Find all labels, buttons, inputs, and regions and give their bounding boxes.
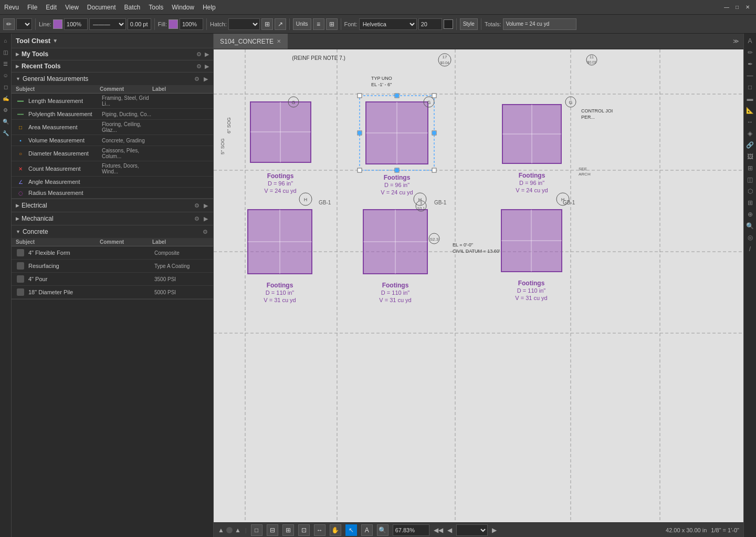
recent-tools-settings-icon[interactable]: ⚙ <box>195 63 203 70</box>
fit-page-icon[interactable]: ⊡ <box>298 524 310 536</box>
tab-s104-concrete[interactable]: S104_CONCRETE ✕ <box>214 34 288 49</box>
line-weight-input[interactable] <box>64 18 88 30</box>
rt-highlight-icon[interactable]: ▬ <box>745 94 755 104</box>
menu-window[interactable]: Window <box>172 4 194 11</box>
mechanical-header[interactable]: ▶ Mechanical ⚙ ▶ <box>12 212 213 225</box>
minimize-button[interactable]: — <box>722 3 731 12</box>
text-tool-icon[interactable]: A <box>361 524 373 536</box>
canvas-area[interactable]: Footings D = 96 in" V = 24 cu yd <box>214 49 743 522</box>
electrical-settings-icon[interactable]: ⚙ <box>193 202 201 209</box>
menu-document[interactable]: Document <box>87 4 116 11</box>
my-tools-settings-icon[interactable]: ⚙ <box>195 51 203 58</box>
resurfacing-row[interactable]: Resurfacing Type A Coating <box>12 260 213 273</box>
concrete-header[interactable]: ▼ Concrete ⚙ <box>12 225 213 238</box>
nav-back-icon[interactable]: ◀ <box>447 526 452 534</box>
volume-measurement-row[interactable]: ▪ Volume Measurement Concrete, Grading <box>12 135 213 146</box>
my-tools-expand-icon[interactable]: ▶ <box>205 51 209 58</box>
cursor-icon[interactable]: ↖ <box>345 524 357 536</box>
rt-dimension-icon[interactable]: ↔ <box>745 117 755 127</box>
angle-measurement-row[interactable]: ∠ Angle Measurement <box>12 177 213 188</box>
line-color-swatch[interactable] <box>53 19 62 29</box>
hatch-icon-btn[interactable]: ⊞ <box>261 18 273 30</box>
rt-layers-icon[interactable]: ◫ <box>745 174 755 185</box>
tool-chest-caret-icon[interactable]: ▼ <box>52 38 58 44</box>
rt-rect-icon[interactable]: □ <box>745 82 755 92</box>
electrical-header[interactable]: ▶ Electrical ⚙ ▶ <box>12 199 213 212</box>
general-measurements-expand-icon[interactable]: ▶ <box>203 76 209 82</box>
four-pour-row[interactable]: 4" Pour 3500 PSI <box>12 273 213 286</box>
close-button[interactable]: ✕ <box>743 3 752 12</box>
style-button[interactable]: Style <box>460 18 478 30</box>
rt-slash-icon[interactable]: / <box>745 244 755 254</box>
polylength-measurement-row[interactable]: ╍╍ Polylength Measurement Piping, Ductin… <box>12 109 213 120</box>
electrical-expand-icon[interactable]: ▶ <box>203 202 209 209</box>
split-v-icon[interactable]: ⊟ <box>267 524 278 536</box>
area-measurement-row[interactable]: □ Area Measurement Flooring, Ceiling, Gl… <box>12 120 213 135</box>
tab-overflow-icon[interactable]: ≫ <box>729 38 743 45</box>
pen-tool-button[interactable]: ✏ <box>3 18 15 30</box>
rt-measure-icon[interactable]: 📐 <box>745 105 755 116</box>
select-rect-icon[interactable]: □ <box>251 524 262 536</box>
rt-grid-icon[interactable]: ⊞ <box>745 198 755 208</box>
totals-value-button[interactable]: Volume = 24 cu yd <box>503 18 576 30</box>
settings-icon[interactable]: ⚙ <box>1 105 10 115</box>
rt-3d-icon[interactable]: ⬡ <box>745 186 755 197</box>
rt-zoom-icon[interactable]: 🔍 <box>745 221 755 231</box>
bookmarks-icon[interactable]: ☰ <box>1 59 10 68</box>
rt-image-icon[interactable]: 🖼 <box>745 151 755 162</box>
recent-tools-expand-icon[interactable]: ▶ <box>205 63 209 70</box>
pen-select[interactable] <box>16 18 32 30</box>
user-icon[interactable]: ☺ <box>1 70 10 80</box>
diameter-pile-row[interactable]: 18" Diameter Pile 5000 PSI <box>12 286 213 299</box>
rt-pen-icon[interactable]: ✒ <box>745 59 755 69</box>
fit-width-icon[interactable]: ↔ <box>314 524 326 536</box>
font-size-input[interactable] <box>418 18 442 30</box>
font-color-swatch[interactable] <box>444 19 453 29</box>
my-tools-section[interactable]: ▶ My Tools ⚙ ▶ <box>12 48 213 60</box>
general-measurements-header[interactable]: ▼ General Measurements ⚙ ▶ <box>12 73 213 85</box>
triangle-right-icon[interactable]: ▲ <box>235 526 241 534</box>
mechanical-settings-icon[interactable]: ⚙ <box>193 215 201 222</box>
hatch-select[interactable] <box>228 18 260 30</box>
units-icon-btn[interactable]: ≡ <box>313 18 324 30</box>
hatch-edit-btn[interactable]: ↗ <box>275 18 286 30</box>
diameter-measurement-row[interactable]: ○ Diameter Measurement Caissons, Piles, … <box>12 146 213 161</box>
menu-help[interactable]: Help <box>203 4 216 11</box>
rt-link-icon[interactable]: 🔗 <box>745 140 755 150</box>
triangle-left-icon[interactable]: ▲ <box>218 526 224 534</box>
nav-prev-icon[interactable]: ◀◀ <box>434 526 443 534</box>
menu-batch[interactable]: Batch <box>124 4 141 11</box>
zoom-input[interactable] <box>393 524 429 536</box>
rt-nav-icon[interactable]: ⊕ <box>745 209 755 220</box>
units-button[interactable]: Units <box>293 18 311 30</box>
home-icon[interactable]: ⌂ <box>1 36 10 45</box>
maximize-button[interactable]: □ <box>733 3 741 12</box>
fill-opacity-input[interactable] <box>180 18 203 30</box>
pan-icon[interactable]: ✋ <box>330 524 341 536</box>
menu-tools[interactable]: Tools <box>149 4 163 11</box>
units-grid-btn[interactable]: ⊞ <box>326 18 338 30</box>
menu-revu[interactable]: Revu <box>4 4 19 11</box>
font-select[interactable]: Helvetica <box>359 18 417 30</box>
tab-close-icon[interactable]: ✕ <box>277 38 281 44</box>
concrete-settings-icon[interactable]: ⚙ <box>202 229 209 235</box>
rt-line-icon[interactable]: — <box>745 70 755 81</box>
rt-annotate-icon[interactable]: ✏ <box>745 47 755 58</box>
rt-panel-icon[interactable]: A <box>745 36 755 46</box>
menu-view[interactable]: View <box>65 4 79 11</box>
rt-calibrate-icon[interactable]: ◎ <box>745 232 755 243</box>
split-h-icon[interactable]: ⊞ <box>282 524 294 536</box>
length-measurement-row[interactable]: ━━ Length Measurement Framing, Steel, Gr… <box>12 94 213 109</box>
search-icon[interactable]: 🔍 <box>1 117 10 126</box>
rt-stamp-icon[interactable]: ◈ <box>745 128 755 139</box>
line-pt-input[interactable] <box>128 18 151 30</box>
general-measurements-settings-icon[interactable]: ⚙ <box>193 76 201 82</box>
menu-file[interactable]: File <box>27 4 37 11</box>
magnify-icon[interactable]: 🔍 <box>377 524 388 536</box>
recent-tools-section[interactable]: ▶ Recent Tools ⚙ ▶ <box>12 60 213 73</box>
menu-edit[interactable]: Edit <box>46 4 57 11</box>
comments-icon[interactable]: ◻ <box>1 82 10 91</box>
tools-icon[interactable]: 🔧 <box>1 128 10 138</box>
fill-color-swatch[interactable] <box>169 19 178 29</box>
page-select[interactable] <box>456 524 488 536</box>
